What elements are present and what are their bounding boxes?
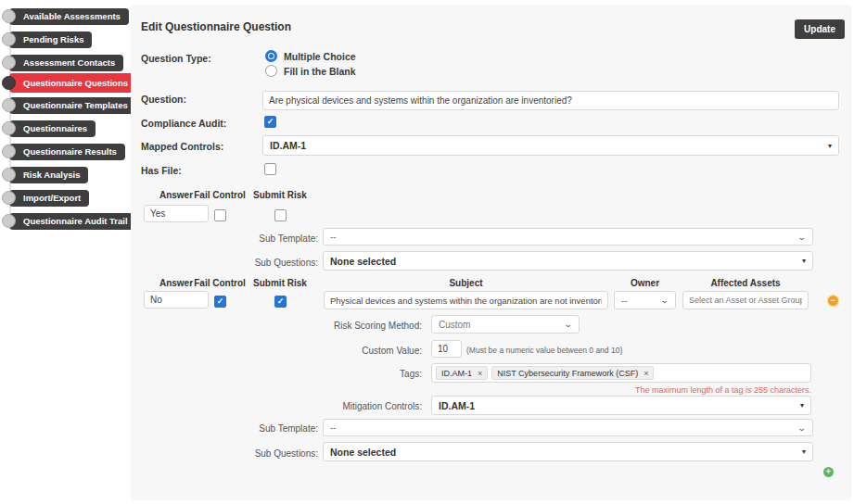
check-icon: ✓ (217, 297, 224, 306)
sidebar-item-label: Import/Export (9, 190, 89, 207)
answer-yes-submit-risk-checkbox[interactable] (274, 209, 287, 221)
question-type-label: Question Type: (141, 53, 211, 64)
submit-risk-header: Submit Risk (252, 190, 308, 200)
tag-chip-label: NIST Cybersecurity Framework (CSF) (497, 369, 638, 378)
mapped-controls-select[interactable]: ID.AM-1 ▾ (262, 135, 839, 156)
answer-yes-sub-template-select[interactable]: -- ⌄ (323, 228, 813, 246)
chevron-down-icon: ⌄ (797, 233, 807, 242)
chevron-down-icon: ⌄ (660, 296, 669, 305)
answer-yes-fail-control-checkbox[interactable] (214, 209, 226, 221)
nav-bullet-icon (2, 145, 16, 158)
check-icon: ✓ (267, 118, 274, 126)
sidebar: Available Assessments Pending Risks Asse… (2, 0, 130, 504)
sub-questions-value: None selected (330, 447, 798, 458)
custom-value-input[interactable] (431, 340, 462, 358)
sub-questions-label: Sub Questions: (242, 448, 318, 459)
caret-down-icon: ▾ (800, 401, 804, 410)
radio-fill-in-the-blank-label: Fill in the Blank (284, 66, 356, 77)
tag-chip: ID.AM-1 × (436, 366, 488, 380)
add-answer-icon[interactable]: + (823, 467, 834, 477)
risk-scoring-method-value: Custom (439, 320, 561, 330)
sidebar-item-label: Questionnaire Questions (9, 73, 136, 93)
affected-assets-header: Affected Assets (682, 278, 809, 288)
owner-header: Owner (614, 278, 676, 288)
answer-no-fail-control-checkbox[interactable]: ✓ (214, 296, 226, 308)
answer-yes-sub-questions-select[interactable]: None selected ▾ (323, 251, 813, 271)
owner-value: -- (621, 296, 657, 306)
has-file-checkbox[interactable] (264, 163, 276, 175)
nav-bullet-icon (2, 56, 16, 69)
chevron-down-icon: ⌄ (564, 320, 573, 329)
nav-bullet-icon (2, 98, 16, 112)
page-title: Edit Questionnaire Question (141, 20, 291, 33)
fail-control-header: Fail Control (192, 190, 248, 200)
compliance-audit-checkbox[interactable]: ✓ (264, 116, 276, 128)
radio-multiple-choice[interactable] (265, 50, 277, 62)
custom-value-label: Custom Value: (329, 346, 422, 356)
sidebar-item-questionnaire-questions[interactable]: Questionnaire Questions (2, 73, 136, 93)
nav-bullet-icon (2, 191, 16, 205)
sidebar-item-questionnaires[interactable]: Questionnaires (2, 120, 96, 137)
mapped-controls-label: Mapped Controls: (141, 141, 223, 152)
edit-question-panel: Edit Questionnaire Question Update Quest… (131, 5, 851, 500)
sidebar-item-label: Questionnaire Audit Trail (9, 213, 136, 230)
nav-bullet-icon (2, 76, 16, 90)
tag-chip: NIST Cybersecurity Framework (CSF) × (491, 366, 654, 380)
radio-dot (269, 54, 274, 58)
answer-no-submit-risk-checkbox[interactable]: ✓ (274, 296, 287, 308)
caret-down-icon: ▾ (828, 142, 832, 150)
sidebar-item-questionnaire-templates[interactable]: Questionnaire Templates (2, 97, 136, 114)
sub-template-label: Sub Template: (242, 233, 318, 244)
update-button[interactable]: Update (795, 19, 845, 39)
fail-control-header: Fail Control (192, 278, 248, 288)
answer-no-sub-questions-select[interactable]: None selected ▾ (323, 442, 813, 461)
question-label: Question: (141, 94, 186, 105)
mapped-controls-value: ID.AM-1 (270, 140, 824, 151)
sub-template-label: Sub Template: (242, 423, 318, 434)
affected-assets-input[interactable] (682, 291, 809, 309)
mitigation-controls-label: Mitigation Controls: (329, 401, 422, 411)
sub-questions-value: None selected (330, 256, 798, 267)
mitigation-controls-select[interactable]: ID.AM-1 ▾ (431, 396, 811, 415)
answer-no-sub-template-select[interactable]: -- ⌄ (323, 419, 813, 436)
nav-bullet-icon (2, 168, 16, 182)
sub-template-value: -- (330, 232, 795, 242)
remove-answer-icon[interactable]: − (828, 296, 838, 306)
nav-bullet-icon (2, 9, 16, 23)
tags-label: Tags: (329, 369, 422, 379)
sidebar-item-label: Questionnaires (9, 120, 96, 137)
risk-subject-input[interactable] (324, 291, 608, 309)
sidebar-item-label: Questionnaire Results (9, 144, 125, 160)
answer-no-input[interactable] (144, 291, 209, 309)
sidebar-item-available-assessments[interactable]: Available Assessments (2, 8, 129, 25)
radio-fill-in-the-blank[interactable] (265, 65, 277, 77)
nav-bullet-icon (2, 214, 16, 228)
tags-input[interactable]: ID.AM-1 × NIST Cybersecurity Framework (… (431, 363, 811, 383)
question-input[interactable] (262, 91, 839, 110)
subject-header: Subject (324, 278, 608, 288)
sidebar-item-assessment-contacts[interactable]: Assessment Contacts (2, 55, 123, 71)
sidebar-item-questionnaire-audit-trail[interactable]: Questionnaire Audit Trail (2, 213, 136, 230)
check-icon: ✓ (277, 297, 285, 306)
remove-tag-icon[interactable]: × (478, 369, 482, 378)
sidebar-item-label: Available Assessments (9, 8, 129, 25)
sidebar-item-risk-analysis[interactable]: Risk Analysis (2, 167, 88, 183)
mitigation-controls-value: ID.AM-1 (439, 400, 797, 411)
remove-tag-icon[interactable]: × (644, 369, 648, 378)
risk-scoring-method-select[interactable]: Custom ⌄ (431, 315, 580, 334)
sidebar-item-questionnaire-results[interactable]: Questionnaire Results (2, 144, 125, 160)
sidebar-item-label: Questionnaire Templates (9, 97, 136, 114)
compliance-audit-label: Compliance Audit: (141, 118, 226, 129)
answer-yes-input[interactable] (144, 205, 209, 222)
caret-down-icon: ▾ (802, 447, 806, 456)
owner-select[interactable]: -- ⌄ (614, 291, 676, 309)
sidebar-item-pending-risks[interactable]: Pending Risks (2, 32, 92, 48)
sidebar-item-import-export[interactable]: Import/Export (2, 190, 89, 207)
sub-template-value: -- (330, 422, 795, 433)
submit-risk-header: Submit Risk (252, 278, 308, 288)
custom-value-hint: (Must be a numeric value between 0 and 1… (466, 346, 622, 355)
chevron-down-icon: ⌄ (797, 423, 807, 433)
sidebar-item-label: Assessment Contacts (9, 55, 123, 71)
nav-bullet-icon (2, 32, 16, 46)
caret-down-icon: ▾ (802, 257, 806, 265)
